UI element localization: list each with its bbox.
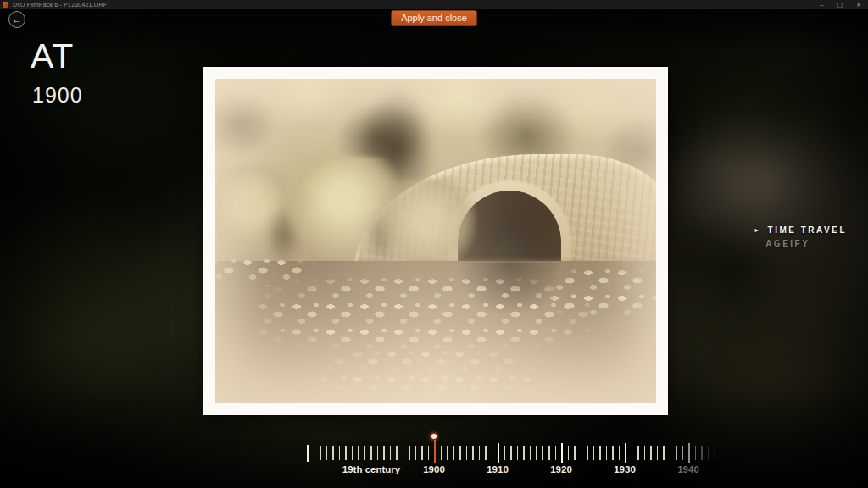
timeline-tick[interactable] <box>701 446 703 460</box>
timeline-tick[interactable] <box>428 446 430 460</box>
timeline-tick[interactable] <box>632 446 633 460</box>
timeline-tick[interactable] <box>314 446 315 460</box>
timeline-tick[interactable] <box>345 446 347 460</box>
timeline-tick[interactable] <box>326 446 328 460</box>
menu-item-time-travel[interactable]: ► TIME TRAVEL <box>754 225 847 235</box>
photo-preview[interactable] <box>203 67 668 415</box>
apply-and-close-button[interactable]: Apply and close <box>391 10 477 26</box>
timeline-tick[interactable] <box>644 446 646 460</box>
time-slider-ticks <box>0 443 868 467</box>
timeline-tick[interactable] <box>370 446 372 460</box>
timeline-tick[interactable] <box>650 446 652 460</box>
timeline-tick[interactable] <box>612 446 614 460</box>
timeline-label[interactable]: 1910 <box>487 464 509 474</box>
timeline-tick[interactable] <box>593 446 595 460</box>
timeline-tick[interactable] <box>574 446 576 460</box>
timeline-tick[interactable] <box>485 446 487 460</box>
timeline-tick[interactable] <box>670 446 671 460</box>
timeline-tick[interactable] <box>542 446 544 460</box>
timeline-tick[interactable] <box>352 446 353 460</box>
timeline-tick[interactable] <box>530 446 531 460</box>
timeline-tick[interactable] <box>561 443 563 463</box>
current-year-overlay: AT 1900 <box>31 39 83 108</box>
timeline-tick[interactable] <box>606 446 608 460</box>
timeline-tick[interactable] <box>492 446 493 460</box>
timeline-tick[interactable] <box>472 446 474 460</box>
timeline-tick[interactable] <box>517 446 519 460</box>
timeline-tick[interactable] <box>434 440 436 463</box>
menu-item-label: TIME TRAVEL <box>768 225 847 235</box>
photo-scene <box>215 79 656 403</box>
time-slider-labels: 19th century19001910192019301940 <box>0 464 868 478</box>
year-value: 1900 <box>32 83 83 108</box>
effect-menu: ► TIME TRAVEL AGEIFY <box>754 225 847 248</box>
timeline-label[interactable]: 19th century <box>342 464 400 474</box>
window-title: DxO FilmPack 6 - P1230421.ORF <box>13 2 107 8</box>
timeline-label[interactable]: 1930 <box>614 464 636 474</box>
at-label: AT <box>31 39 83 74</box>
timeline-tick[interactable] <box>536 446 537 460</box>
timeline-tick[interactable] <box>415 446 417 460</box>
close-button[interactable]: ✕ <box>856 0 861 9</box>
timeline-tick[interactable] <box>421 446 423 460</box>
timeline-tick[interactable] <box>688 443 690 463</box>
timeline-label[interactable]: 1900 <box>423 464 445 474</box>
timeline-tick[interactable] <box>637 446 639 460</box>
timeline-tick[interactable] <box>599 446 601 460</box>
timeline-tick[interactable] <box>663 446 665 460</box>
timeline-tick[interactable] <box>695 446 697 460</box>
menu-item-ageify[interactable]: AGEIFY <box>754 239 847 248</box>
timeline-tick[interactable] <box>377 446 379 460</box>
timeline-tick[interactable] <box>453 446 455 460</box>
active-marker-icon: ► <box>754 227 761 233</box>
timeline-tick[interactable] <box>339 446 341 460</box>
timeline-tick[interactable] <box>441 446 442 460</box>
timeline-tick[interactable] <box>459 446 461 460</box>
timeline-tick[interactable] <box>682 446 684 460</box>
timeline-tick[interactable] <box>403 446 404 460</box>
timeline-tick[interactable] <box>447 446 448 460</box>
timeline-tick[interactable] <box>396 446 398 460</box>
timeline-tick[interactable] <box>708 446 709 460</box>
window-controls: – ▢ ✕ <box>821 0 868 9</box>
timeline-tick[interactable] <box>479 446 481 460</box>
time-slider[interactable]: 19th century19001910192019301940 <box>0 428 868 480</box>
timeline-tick[interactable] <box>364 446 366 460</box>
timeline-marker-dot[interactable] <box>431 434 437 439</box>
app-window: DxO FilmPack 6 - P1230421.ORF – ▢ ✕ ← Ap… <box>0 0 868 488</box>
timeline-tick[interactable] <box>548 446 550 460</box>
timeline-tick[interactable] <box>307 445 309 462</box>
timeline-tick[interactable] <box>714 446 715 460</box>
timeline-label[interactable]: 1920 <box>550 464 572 474</box>
timeline-label[interactable]: 1940 <box>677 464 699 474</box>
timeline-tick[interactable] <box>523 446 525 460</box>
timeline-tick[interactable] <box>358 446 359 460</box>
timeline-tick[interactable] <box>657 446 659 460</box>
minimize-button[interactable]: – <box>821 0 824 9</box>
timeline-tick[interactable] <box>510 446 512 460</box>
timeline-tick[interactable] <box>498 443 499 463</box>
menu-item-label: AGEIFY <box>765 239 810 248</box>
scene-sepia-haze <box>215 79 656 403</box>
timeline-tick[interactable] <box>619 446 620 460</box>
maximize-button[interactable]: ▢ <box>837 0 843 9</box>
timeline-tick[interactable] <box>504 446 506 460</box>
back-button[interactable]: ← <box>8 11 25 28</box>
timeline-tick[interactable] <box>581 446 582 460</box>
timeline-tick[interactable] <box>676 446 677 460</box>
timeline-tick[interactable] <box>390 446 392 460</box>
timeline-tick[interactable] <box>383 446 385 460</box>
timeline-tick[interactable] <box>625 443 626 463</box>
back-arrow-icon: ← <box>12 14 22 25</box>
timeline-tick[interactable] <box>587 446 588 460</box>
timeline-tick[interactable] <box>409 446 410 460</box>
timeline-tick[interactable] <box>568 446 570 460</box>
window-titlebar: DxO FilmPack 6 - P1230421.ORF – ▢ ✕ <box>0 0 868 9</box>
timeline-tick[interactable] <box>555 446 557 460</box>
timeline-tick[interactable] <box>320 446 321 460</box>
timeline-tick[interactable] <box>466 446 468 460</box>
timeline-tick[interactable] <box>332 446 334 460</box>
app-icon <box>3 2 8 8</box>
